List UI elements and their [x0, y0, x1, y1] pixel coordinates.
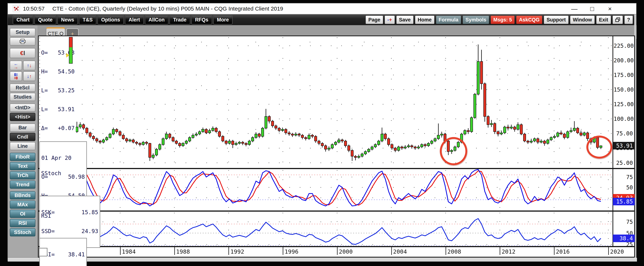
panel-separator — [38, 246, 635, 247]
printer-icon — [19, 39, 26, 44]
messages-button[interactable]: Msgs: 5 — [490, 15, 515, 24]
menu-left-group: ChartQuoteNewsT&SOptionsAlertAllConTrade… — [12, 15, 233, 24]
rsi-readout: RSI= 38.41 — [41, 251, 85, 258]
toolbar-icon-row: ←→↑↓ — [10, 61, 36, 70]
horizontal-compress-button[interactable]: ⇇⇉ — [10, 71, 22, 81]
print-button[interactable] — [10, 37, 36, 45]
fibonacci-button[interactable]: FiboR — [10, 153, 36, 161]
sstoch-study-canvas[interactable] — [39, 169, 613, 211]
price-tick-200: 200.00 — [614, 57, 633, 64]
price-tick-150: 150.00 — [614, 86, 633, 93]
trendline-button[interactable]: Trend — [10, 181, 36, 189]
ssd-readout: SSD= 24.93 — [41, 228, 98, 234]
symbols-button[interactable]: Symbols — [462, 15, 489, 24]
year-tick — [337, 247, 338, 255]
maximize-icon[interactable]: □ — [588, 5, 596, 12]
annotation-ellipse-2020[interactable] — [586, 135, 612, 158]
year-tick — [391, 247, 392, 255]
annotation-ellipse-2009[interactable] — [440, 137, 467, 165]
formula-button[interactable]: Formula — [436, 15, 461, 24]
menu-trade[interactable]: Trade — [170, 15, 190, 24]
year-tick — [608, 247, 609, 255]
rsi-label: RSI — [41, 213, 51, 219]
session-range-indicator — [69, 37, 73, 64]
price-tick-125: 125.00 — [614, 101, 633, 108]
line-chart-button[interactable]: Line — [10, 142, 36, 150]
year-label-2012: 2012 — [502, 248, 516, 255]
ssk-value-badge: 15.85 — [613, 198, 635, 205]
setup-button[interactable]: Setup — [10, 28, 36, 36]
open-interest-button[interactable]: OI — [10, 210, 36, 218]
rsi-tick-25: 25 — [614, 241, 633, 248]
home-button[interactable]: Home — [415, 15, 434, 24]
price-tick-100: 100.00 — [614, 116, 633, 122]
price-chart-canvas[interactable] — [39, 36, 613, 168]
year-tick — [500, 247, 500, 255]
menu-options[interactable]: Options — [98, 15, 124, 24]
year-label-1984: 1984 — [122, 248, 136, 255]
year-label-1988: 1988 — [176, 248, 190, 255]
year-label-2008: 2008 — [448, 248, 461, 255]
panel-separator[interactable] — [38, 168, 635, 169]
price-tick-25: 25.00 — [614, 160, 633, 166]
bottom-edge-strip — [8, 258, 637, 262]
menu-alert[interactable]: Alert — [125, 15, 144, 24]
close-icon[interactable]: × — [606, 5, 614, 12]
menu-allcon[interactable]: AllCon — [145, 15, 168, 24]
horizontal-scale-button[interactable]: ←→ — [10, 61, 22, 70]
historical-button[interactable]: <Hist> — [10, 113, 36, 121]
exit-button[interactable]: Exit — [596, 15, 611, 24]
askcqg-button[interactable]: AskCQG — [516, 15, 542, 24]
price-tick-225: 225.00 — [614, 43, 633, 49]
menu-chart[interactable]: Chart — [13, 15, 33, 24]
menu-right-group: Page-+SaveHomeFormulaSymbolsMsgs: 5AskCQ… — [365, 15, 634, 24]
rsi-button[interactable]: RSI — [10, 219, 36, 227]
scale-divider — [612, 35, 613, 247]
menu-more[interactable]: More — [213, 15, 233, 24]
window-controls: — □ × — [570, 5, 614, 12]
bollinger-bands-button[interactable]: BBnds — [10, 191, 36, 199]
intraday-button[interactable]: <IntD> — [10, 104, 36, 112]
panel-separator[interactable] — [38, 211, 635, 212]
price-tick-175: 175.00 — [614, 72, 633, 78]
page-button[interactable]: Page — [366, 15, 383, 24]
rsi-tick-75: 75 — [614, 219, 633, 225]
rsi-study-canvas[interactable] — [39, 212, 613, 247]
last-price-pointer-icon — [66, 53, 69, 57]
text-tool-button[interactable]: Text — [10, 162, 36, 170]
moving-average-button[interactable]: MAx — [10, 201, 36, 209]
help-button[interactable]: ? — [624, 15, 633, 24]
window-button[interactable]: Window — [570, 15, 595, 24]
sstoch-tick-50: 50 — [614, 184, 633, 191]
minimize-icon[interactable]: — — [570, 5, 578, 12]
year-label-1996: 1996 — [284, 248, 298, 255]
sstoch-button[interactable]: SStoch — [10, 228, 36, 236]
menu-ts[interactable]: T&S — [79, 15, 96, 24]
candlestick-button[interactable]: Cndl — [10, 133, 36, 141]
year-tick — [174, 247, 175, 255]
year-label-1992: 1992 — [230, 248, 244, 255]
add-remove-button[interactable]: -+ — [384, 15, 395, 24]
support-button[interactable]: Support — [544, 15, 568, 24]
restore-windows-button[interactable] — [612, 15, 623, 24]
vertical-scale-button[interactable]: ↑↓ — [23, 61, 36, 70]
vertical-compress-button[interactable]: ↓↑ — [23, 71, 36, 81]
year-label-2020: 2020 — [610, 248, 624, 255]
cursor-tool-button[interactable]: €l — [10, 48, 36, 58]
scroll-thumb[interactable] — [39, 248, 48, 256]
last-price-badge: 53.91 — [613, 142, 635, 149]
title-bar: 10:50:57 CTE - Cotton (ICE), Quarterly (… — [8, 3, 636, 14]
trend-channel-button[interactable]: TrCh — [10, 171, 36, 179]
menu-news[interactable]: News — [58, 15, 78, 24]
menu-quote[interactable]: Quote — [34, 15, 56, 24]
studies-button[interactable]: Studies — [10, 93, 36, 101]
rsi-value-badge: 38.4 — [613, 235, 635, 242]
rescale-button[interactable]: ReScl — [10, 84, 36, 92]
restore-icon — [615, 17, 620, 22]
menu-rfqs[interactable]: RFQs — [192, 15, 212, 24]
screen: 10:50:57 CTE - Cotton (ICE), Quarterly (… — [0, 0, 644, 266]
price-tick-75: 75.00 — [614, 130, 633, 137]
save-button[interactable]: Save — [396, 15, 414, 24]
clock: 10:50:57 — [23, 5, 45, 12]
bar-chart-button[interactable]: Bar — [10, 124, 36, 132]
